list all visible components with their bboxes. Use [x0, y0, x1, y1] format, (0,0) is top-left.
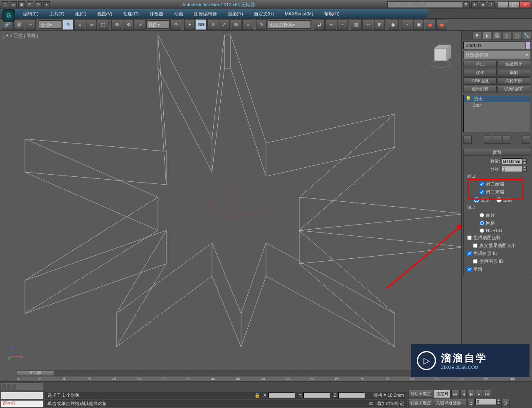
manipulate-icon[interactable]: ✦	[184, 19, 195, 30]
patch-radio[interactable]	[480, 213, 484, 218]
bind-space-warp-icon[interactable]: ≈	[25, 19, 36, 30]
application-menu-button[interactable]: G	[2, 9, 15, 22]
lightbulb-icon[interactable]: 💡	[466, 96, 471, 101]
keyboard-shortcut-icon[interactable]: ⌨	[196, 19, 207, 30]
named-selection-combo[interactable]: 创建选择集▾	[268, 20, 311, 29]
stack-item-extrude[interactable]: 💡挤出	[464, 95, 530, 102]
rect-region-icon[interactable]: ▭	[86, 19, 97, 30]
mod-btn-bevelprofile[interactable]: 倒角剖面	[463, 86, 497, 93]
mod-btn-uvwmap[interactable]: UVW 贴图	[463, 77, 497, 85]
y-field[interactable]	[303, 392, 330, 398]
mod-btn-lathe[interactable]: 车削	[498, 69, 531, 77]
ref-coord-combo[interactable]: 视图▾	[146, 20, 170, 29]
set-key-button[interactable]: 设置关键点	[408, 399, 433, 407]
configure-sets-icon[interactable]	[522, 136, 530, 144]
menu-modifiers[interactable]: 修改器	[145, 10, 167, 18]
window-crossing-icon[interactable]: ⬚	[98, 19, 108, 30]
make-unique-icon[interactable]	[493, 136, 501, 144]
viewport[interactable]: [ + 0 正交 [ 线框 ] z x y	[0, 31, 461, 369]
goto-start-icon[interactable]: ⏮	[451, 390, 460, 398]
mesh-radio[interactable]	[480, 221, 484, 225]
script-listener-output[interactable]	[1, 392, 43, 399]
auto-key-button[interactable]: 自动关键点	[408, 390, 433, 398]
display-tab-icon[interactable]: ▢	[512, 32, 521, 39]
unlink-icon[interactable]: ⛓	[13, 19, 24, 30]
modifier-list-combo[interactable]: 修改器列表▾	[463, 51, 530, 59]
modify-tab-icon[interactable]: ◗	[482, 32, 491, 39]
menu-graph-editors[interactable]: 图形编辑器	[190, 10, 221, 18]
binoculars-icon[interactable]: 🔍	[463, 1, 470, 8]
save-icon[interactable]: ▣	[18, 1, 25, 8]
menu-edit[interactable]: 编辑(E)	[19, 10, 43, 18]
maximize-button[interactable]: ▢	[509, 1, 520, 8]
schematic-view-icon[interactable]: ⊞	[374, 19, 385, 30]
menu-help[interactable]: 帮助(H)	[320, 10, 344, 18]
cap-end-check[interactable]	[480, 190, 484, 194]
remove-modifier-icon[interactable]	[502, 136, 510, 144]
modifier-stack[interactable]: 💡挤出 Star	[463, 95, 530, 132]
segs-spin-up[interactable]: ▴	[522, 166, 527, 169]
lock-icon[interactable]: 🔒	[254, 393, 260, 398]
align-icon[interactable]: ≑	[325, 19, 336, 30]
select-by-name-icon[interactable]: ≡	[74, 19, 85, 30]
scale-icon[interactable]: ⤢	[135, 19, 145, 30]
menu-customize[interactable]: 自定义(U)	[250, 10, 278, 18]
motion-tab-icon[interactable]: ◎	[502, 32, 511, 39]
new-icon[interactable]: □	[2, 1, 8, 8]
segs-spin-down[interactable]: ▾	[522, 169, 527, 172]
show-end-result-icon[interactable]	[484, 136, 492, 144]
key-mode-icon[interactable]: ⊙	[467, 399, 475, 407]
render-setup-icon[interactable]: ☼	[401, 19, 412, 30]
layer-manager-icon[interactable]: ☰	[337, 19, 348, 30]
nurbs-radio[interactable]	[480, 228, 484, 233]
real-world-check[interactable]	[473, 243, 478, 248]
percent-snap-icon[interactable]: %	[231, 19, 241, 30]
gen-map-check[interactable]	[467, 235, 472, 240]
time-tag-icon[interactable]: 🏷	[369, 401, 373, 406]
amount-spin-up[interactable]: ▴	[522, 158, 527, 161]
graphite-ribbon-icon[interactable]: ▦	[351, 19, 362, 30]
curve-editor-icon[interactable]: 〰	[362, 19, 373, 30]
menu-maxscript[interactable]: MAXScript(M)	[281, 10, 317, 17]
minimize-button[interactable]: —	[498, 1, 509, 8]
hierarchy-tab-icon[interactable]: 品	[492, 32, 501, 39]
grid-radio[interactable]	[496, 197, 502, 203]
mod-btn-uvwunwrap[interactable]: UVW 展开	[498, 86, 531, 93]
favorites-icon[interactable]: ★	[480, 1, 486, 8]
object-name-field[interactable]	[463, 42, 525, 49]
select-object-icon[interactable]: ↖	[63, 19, 74, 30]
qat-dropdown-icon[interactable]: ▾	[43, 1, 50, 8]
time-slider-handle[interactable]: 0 / 100	[17, 370, 54, 376]
mod-btn-editpatch[interactable]: 编辑面片	[498, 61, 531, 68]
rotate-icon[interactable]: ⟲	[123, 19, 134, 30]
next-frame-icon[interactable]: ▸	[476, 390, 482, 398]
menu-animation[interactable]: 动画	[170, 10, 187, 18]
smooth-check[interactable]	[467, 267, 472, 272]
z-field[interactable]	[338, 392, 365, 398]
amount-input[interactable]	[502, 158, 522, 164]
amount-spin-down[interactable]: ▾	[522, 161, 527, 164]
move-icon[interactable]: ✥	[111, 19, 122, 30]
play-icon[interactable]: ▶	[468, 390, 475, 398]
menu-create[interactable]: 创建(C)	[119, 10, 143, 18]
add-time-tag[interactable]: 添加时间标记	[377, 401, 404, 407]
rollout-header-params[interactable]: -参数	[464, 149, 530, 156]
menu-tools[interactable]: 工具(T)	[45, 10, 69, 18]
open-icon[interactable]: ▭	[10, 1, 17, 8]
undo-icon[interactable]: ↶	[27, 1, 33, 8]
script-listener-input[interactable]: 所在行:	[1, 400, 43, 408]
angle-snap-icon[interactable]: ∠	[219, 19, 230, 30]
selection-filter-combo[interactable]: 全部▾	[39, 20, 62, 29]
menu-rendering[interactable]: 渲染(R)	[224, 10, 247, 18]
cap-start-check[interactable]	[480, 182, 484, 186]
prev-frame-icon[interactable]: ◂	[461, 390, 467, 398]
menu-view[interactable]: 视图(V)	[93, 10, 117, 18]
menu-group[interactable]: 组(G)	[71, 10, 91, 18]
pin-stack-icon[interactable]	[463, 136, 472, 144]
edit-named-sel-icon[interactable]: ✎	[256, 19, 267, 30]
snap-3d-icon[interactable]: 3	[207, 19, 218, 30]
search-input[interactable]	[387, 1, 462, 8]
utilities-tab-icon[interactable]: 🔧	[522, 32, 531, 39]
use-shape-check[interactable]	[473, 259, 478, 264]
stack-item-star[interactable]: Star	[464, 102, 530, 109]
